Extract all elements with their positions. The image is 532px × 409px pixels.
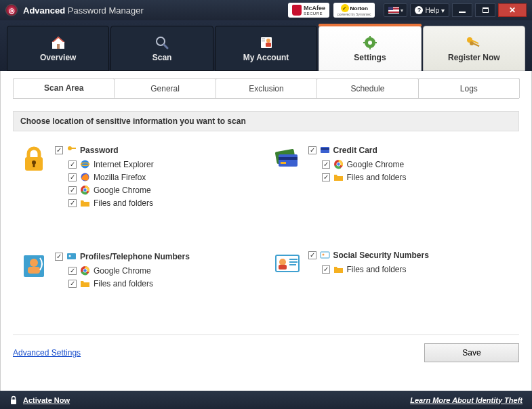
mcafee-sub: SECURE [304,12,325,16]
group-ssn-title: Social Security Numbers [333,251,429,260]
list-item: ✓ Mozilla Firefox [68,172,260,182]
item-label: Files and folders [347,265,407,274]
svg-rect-41 [281,162,286,164]
subtab-exclusion[interactable]: Exclusion [216,78,317,98]
checkbox-ssn[interactable]: ✓ [308,251,316,259]
folder-icon [80,278,90,288]
help-button[interactable]: ? Help ▾ [410,3,449,17]
app-title-rest: Password Manager [68,5,144,16]
key-icon [465,35,483,50]
checkbox-credit-card[interactable]: ✓ [308,146,316,154]
list-item: ✓ Google Chrome [322,159,513,169]
tab-scan[interactable]: Scan [110,26,213,71]
key-small-icon [66,145,77,155]
checkbox-files[interactable]: ✓ [68,199,77,207]
list-item: ✓ Google Chrome [68,185,260,195]
tab-settings[interactable]: Settings [319,26,421,71]
norton-sub: powered by Symantec [337,12,371,16]
svg-rect-50 [289,259,298,260]
language-selector[interactable]: ▾ [384,3,407,17]
svg-rect-18 [473,43,480,47]
mcafee-shield-icon [292,5,302,16]
svg-rect-33 [67,253,76,259]
padlock-icon [20,145,48,173]
checkbox-ie[interactable]: ✓ [68,160,77,169]
tab-my-account-label: My Account [243,53,289,62]
checkbox-files[interactable]: ✓ [322,265,330,274]
activate-now-link[interactable]: Activate Now [23,396,70,404]
subtab-logs[interactable]: Logs [418,78,520,98]
tab-register[interactable]: Register Now [423,26,525,71]
item-label: Files and folders [347,173,407,182]
home-icon [50,35,66,50]
list-item: ✓ Files and folders [68,198,260,208]
svg-rect-39 [279,154,298,167]
norton-check-icon: ✓ [341,4,349,12]
svg-rect-42 [321,147,329,153]
app-title: Advanced Password Manager [23,5,144,16]
group-profiles-title: Profiles/Telephone Numbers [80,252,190,261]
list-item: ✓ Files and folders [322,172,513,182]
group-credit-card: ✓ Credit Card ✓ Google Chrome ✓ [273,145,513,185]
list-item: ✓ Files and folders [322,264,513,274]
svg-rect-53 [321,252,329,258]
list-item: ✓ Internet Explorer [68,159,260,169]
advanced-settings-link[interactable]: Advanced Settings [13,348,81,358]
checkbox-chrome[interactable]: ✓ [68,267,77,275]
folder-icon [80,198,90,208]
svg-rect-40 [279,157,298,160]
item-label: Google Chrome [347,160,405,169]
item-label: Mozilla Firefox [94,173,146,182]
checkbox-firefox[interactable]: ✓ [68,173,77,181]
chrome-icon [333,159,344,169]
svg-rect-43 [321,148,329,150]
credit-card-icon [273,145,302,173]
phonebook-icon [20,251,48,280]
mcafee-label: McAfee [304,5,325,12]
checkbox-password[interactable]: ✓ [55,146,63,154]
svg-rect-32 [28,267,40,274]
folder-icon [333,264,344,274]
firefox-icon [80,172,90,182]
minimize-button[interactable] [452,3,472,17]
checkbox-profiles[interactable]: ✓ [55,253,63,261]
titlebar: ◎ Advanced Password Manager McAfee SECUR… [0,0,532,20]
tab-overview[interactable]: Overview [7,26,109,71]
learn-more-link[interactable]: Learn More About Identity Theft [410,396,523,404]
subtab-general[interactable]: General [114,78,216,98]
close-button[interactable]: ✕ [498,3,527,17]
group-credit-card-title: Credit Card [333,146,377,155]
item-label: Files and folders [94,198,153,208]
svg-point-29 [83,188,86,191]
svg-rect-23 [71,148,76,149]
svg-point-48 [279,259,286,265]
svg-rect-13 [363,42,366,43]
svg-rect-1 [57,44,60,49]
checkbox-files[interactable]: ✓ [322,173,330,181]
maximize-icon [483,7,489,13]
item-label: Google Chrome [94,186,151,195]
svg-rect-51 [289,261,298,263]
subtab-scan-area[interactable]: Scan Area [13,78,115,98]
save-button[interactable]: Save [424,343,519,362]
id-small-icon [320,250,330,260]
close-icon: ✕ [509,5,516,15]
group-password: ✓ Password ✓ Internet Explorer ✓ [20,145,260,211]
checkbox-files[interactable]: ✓ [68,280,77,288]
tab-my-account[interactable]: My Account [215,26,317,71]
tab-register-label: Register Now [448,53,500,62]
svg-point-34 [69,255,71,257]
subtab-schedule[interactable]: Schedule [316,78,418,98]
svg-rect-7 [262,39,265,39]
checkbox-chrome[interactable]: ✓ [68,186,77,194]
main-nav: Overview Scan My Account Settings Regist… [0,20,532,71]
checkbox-chrome[interactable]: ✓ [322,160,330,169]
svg-rect-11 [369,36,371,39]
section-header: Choose location of sensitive information… [13,111,519,131]
item-label: Google Chrome [94,266,151,276]
svg-line-3 [164,45,167,48]
svg-rect-12 [369,47,371,49]
card-small-icon [320,145,330,155]
svg-point-46 [337,163,340,165]
maximize-button[interactable] [475,3,495,17]
